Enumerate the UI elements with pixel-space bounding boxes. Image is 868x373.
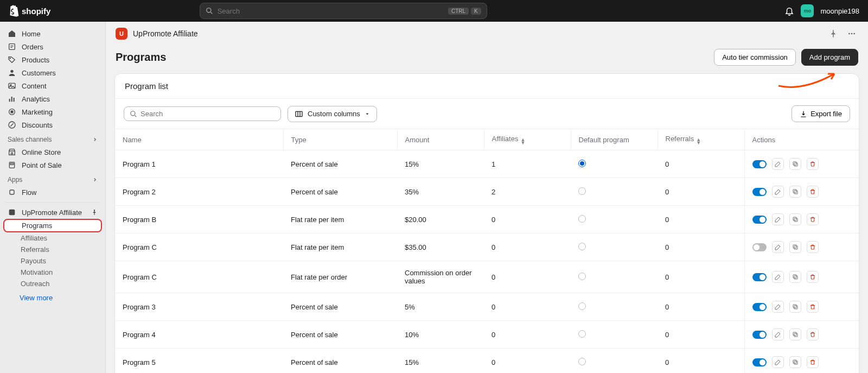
nav-payouts[interactable]: Payouts [0,255,105,267]
toggle-active[interactable] [752,303,767,311]
nav-customers[interactable]: Customers [0,66,105,79]
list-search-input[interactable] [141,110,275,118]
cell-default[interactable] [571,178,658,206]
delete-button[interactable] [807,301,819,313]
copy-button[interactable] [789,241,801,253]
default-radio[interactable] [578,187,586,195]
nav-pos[interactable]: Point of Sale [0,159,105,172]
default-radio[interactable] [578,302,586,310]
copy-button[interactable] [789,213,801,225]
export-button[interactable]: Export file [792,105,850,122]
table-row[interactable]: Program B Flat rate per item $20.00 0 0 [115,206,859,233]
cell-default[interactable] [571,261,658,293]
default-radio[interactable] [578,215,586,223]
nav-programs[interactable]: Programs [3,219,102,232]
toggle-active[interactable] [752,358,767,366]
add-program-button[interactable]: Add program [801,49,858,66]
sales-channels-header[interactable]: Sales channels [0,131,105,146]
table-row[interactable]: Program 2 Percent of sale 35% 2 0 [115,178,859,206]
nav-outreach[interactable]: Outreach [0,278,105,289]
nav-online-store[interactable]: Online Store [0,146,105,159]
copy-button[interactable] [789,271,801,283]
nav-home[interactable]: Home [0,27,105,40]
cell-default[interactable] [571,293,658,321]
list-search[interactable] [124,106,281,121]
cell-default[interactable] [571,349,658,374]
default-radio[interactable] [578,243,586,250]
col-amount[interactable]: Amount [397,129,484,150]
table-row[interactable]: Program C Flat rate per order Commission… [115,261,859,293]
delete-button[interactable] [807,186,819,198]
nav-marketing[interactable]: Marketing [0,105,105,118]
default-radio[interactable] [578,273,586,280]
svg-rect-15 [9,210,15,216]
edit-button[interactable] [772,213,784,225]
col-referrals[interactable]: Referrals▲▼ [658,129,744,150]
nav-affiliates[interactable]: Affiliates [0,232,105,244]
auto-tier-button[interactable]: Auto tier commission [714,49,796,66]
toggle-active[interactable] [752,216,767,224]
cell-default[interactable] [571,150,658,178]
shopify-logo[interactable]: shopify [9,5,50,17]
avatar[interactable]: mo [801,4,814,17]
copy-button[interactable] [789,328,801,340]
cell-default[interactable] [571,233,658,261]
delete-button[interactable] [807,241,819,253]
col-affiliates[interactable]: Affiliates▲▼ [484,129,571,150]
list-toolbar: Custom columns Export file [115,99,859,129]
nav-content[interactable]: Content [0,79,105,92]
global-search[interactable]: CTRL K [200,3,487,19]
col-type[interactable]: Type [283,129,397,150]
edit-button[interactable] [772,241,784,253]
username[interactable]: moonpie198 [820,7,859,15]
global-search-input[interactable] [218,7,446,15]
copy-button[interactable] [789,356,801,368]
nav-flow[interactable]: Flow [0,186,105,199]
toggle-active[interactable] [752,188,767,196]
default-radio[interactable] [578,330,586,338]
edit-button[interactable] [772,356,784,368]
toggle-active[interactable] [752,243,767,251]
delete-button[interactable] [807,271,819,283]
table-row[interactable]: Program 3 Percent of sale 5% 0 0 [115,293,859,321]
toggle-active[interactable] [752,273,767,281]
toggle-active[interactable] [752,331,767,339]
delete-button[interactable] [807,213,819,225]
view-more-link[interactable]: View more [0,289,105,306]
custom-columns-button[interactable]: Custom columns [288,106,377,122]
edit-button[interactable] [772,158,784,170]
edit-button[interactable] [772,328,784,340]
pin-app-button[interactable] [827,27,840,40]
default-radio[interactable] [578,358,586,365]
bell-icon[interactable] [784,6,794,16]
table-row[interactable]: Program 1 Percent of sale 15% 1 0 [115,150,859,178]
table-row[interactable]: Program 4 Percent of sale 10% 0 0 [115,321,859,349]
cell-default[interactable] [571,321,658,349]
col-name[interactable]: Name [115,129,283,150]
nav-discounts[interactable]: Discounts [0,118,105,131]
nav-motivation[interactable]: Motivation [0,267,105,278]
col-default[interactable]: Default program [571,129,658,150]
delete-button[interactable] [807,328,819,340]
edit-button[interactable] [772,186,784,198]
nav-analytics[interactable]: Analytics [0,92,105,105]
delete-button[interactable] [807,158,819,170]
toggle-active[interactable] [752,160,767,168]
cell-default[interactable] [571,206,658,233]
nav-products[interactable]: Products [0,53,105,66]
table-row[interactable]: Program 5 Percent of sale 15% 0 0 [115,349,859,374]
copy-button[interactable] [789,301,801,313]
delete-button[interactable] [807,356,819,368]
nav-uppromote[interactable]: UpPromote Affiliate [0,206,105,219]
copy-button[interactable] [789,186,801,198]
edit-button[interactable] [772,271,784,283]
nav-referrals[interactable]: Referrals [0,244,105,255]
copy-button[interactable] [789,158,801,170]
more-button[interactable] [845,27,858,40]
default-radio[interactable] [578,160,586,167]
pin-icon[interactable] [91,209,98,216]
edit-button[interactable] [772,301,784,313]
apps-header[interactable]: Apps [0,172,105,186]
nav-orders[interactable]: Orders [0,40,105,53]
table-row[interactable]: Program C Flat rate per item $35.00 0 0 [115,233,859,261]
